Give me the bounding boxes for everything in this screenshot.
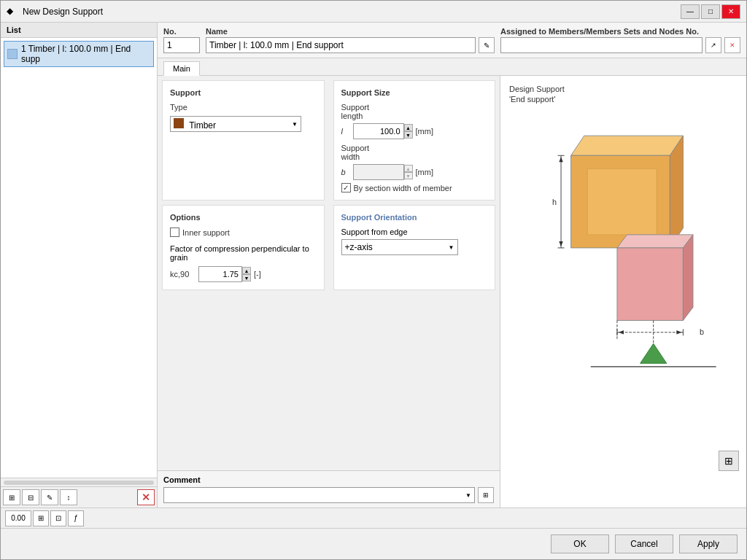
list-item-icon <box>7 49 18 59</box>
kc90-spinner-btns: ▲ ▼ <box>242 267 251 281</box>
comment-edit-button[interactable]: ⊞ <box>478 487 494 503</box>
svg-marker-9 <box>559 241 562 246</box>
width-label: Support width <box>341 144 385 161</box>
form-spacer <box>158 290 500 470</box>
apply-button[interactable]: Apply <box>679 534 738 553</box>
list-item[interactable]: 1 Timber | l: 100.0 mm | End supp <box>4 41 154 67</box>
minimize-button[interactable]: — <box>681 4 700 19</box>
orientation-title: Support Orientation <box>341 213 488 222</box>
edge-select-value: +z-axis <box>345 242 373 252</box>
assigned-add-button[interactable]: ↗ <box>705 37 721 53</box>
kc90-row: kc,90 ▲ ▼ [-] <box>170 266 317 282</box>
support-size-section: Support Size Support length l ▲ ▼ <box>333 80 496 201</box>
length-up-button[interactable]: ▲ <box>404 124 413 131</box>
move-button[interactable]: ↕ <box>60 489 77 505</box>
length-input[interactable] <box>353 123 404 139</box>
type-select[interactable]: Timber ▼ <box>170 116 301 132</box>
function-button[interactable]: ƒ <box>68 510 84 526</box>
name-label: Name <box>206 27 495 36</box>
comment-select[interactable]: ▼ <box>163 487 475 503</box>
diagram-settings-icon: ⊞ <box>724 455 733 467</box>
length-spinner-btns: ▲ ▼ <box>404 124 413 139</box>
kc90-down-button[interactable]: ▼ <box>242 274 251 281</box>
comment-row: ▼ ⊞ <box>163 487 494 503</box>
maximize-button[interactable]: □ <box>701 4 720 19</box>
assigned-label: Assigned to Members/Members Sets and Nod… <box>500 27 740 36</box>
edge-label: Support from edge <box>341 228 488 236</box>
support-title: Support <box>170 88 317 97</box>
width-input-row: b ▲ ▼ [mm] <box>341 164 488 180</box>
copy-item-button[interactable]: ⊟ <box>22 489 39 505</box>
svg-marker-11 <box>616 248 682 321</box>
support-diagram: h <box>529 116 719 393</box>
kc90-up-button[interactable]: ▲ <box>242 267 251 274</box>
comment-area: Comment ▼ ⊞ <box>158 470 500 508</box>
main-content: List 1 Timber | l: 100.0 mm | End supp ⊞… <box>1 23 746 508</box>
diagram-label: Design Support <box>509 85 565 93</box>
kc90-input[interactable] <box>198 266 242 282</box>
ok-button[interactable]: OK <box>551 534 609 553</box>
delete-button[interactable]: ✕ <box>137 489 155 505</box>
rename-button[interactable]: ✎ <box>41 489 58 505</box>
scroll-track <box>4 481 154 485</box>
type-chevron-icon: ▼ <box>292 121 298 128</box>
snap-toggle-button[interactable]: ⊡ <box>50 510 66 526</box>
type-row: Type <box>170 103 317 112</box>
section-width-checkbox[interactable]: ✓ <box>341 183 351 192</box>
window-title: New Design Support <box>23 7 681 17</box>
width-up-button[interactable]: ▲ <box>404 165 413 172</box>
type-label: Type <box>170 103 214 112</box>
length-input-row: l ▲ ▼ [mm] <box>341 123 488 139</box>
left-panel: List 1 Timber | l: 100.0 mm | End supp ⊞… <box>1 23 158 508</box>
svg-text:b: b <box>700 327 704 336</box>
width-down-button[interactable]: ▼ <box>404 172 413 179</box>
comment-group: Comment ▼ ⊞ <box>163 475 494 503</box>
grid-toggle-button[interactable]: ⊞ <box>33 510 49 526</box>
bottom-toolbar: 0.00 ⊞ ⊡ ƒ <box>1 508 746 528</box>
assigned-row: ↗ ✕ <box>500 37 740 53</box>
zoom-value-button[interactable]: 0.00 <box>5 510 31 526</box>
name-input[interactable] <box>206 37 476 53</box>
svg-marker-16 <box>618 330 623 334</box>
svg-marker-0 <box>570 136 683 155</box>
assigned-section: Assigned to Members/Members Sets and Nod… <box>500 27 740 53</box>
edge-select[interactable]: +z-axis ▼ <box>341 239 458 255</box>
timber-color-icon <box>174 118 184 128</box>
no-label: No. <box>163 27 200 36</box>
new-item-button[interactable]: ⊞ <box>3 489 20 505</box>
options-title: Options <box>170 213 317 222</box>
diagram-sublabel: 'End support' <box>509 95 556 104</box>
no-field-group: No. <box>163 27 200 53</box>
cancel-button[interactable]: Cancel <box>615 534 673 553</box>
top-area: No. Name ✎ Assigned to Members/Members S… <box>158 23 746 58</box>
diagram-area: Design Support 'End support' <box>500 76 746 508</box>
length-down-button[interactable]: ▼ <box>404 131 413 139</box>
comment-label: Comment <box>163 475 494 484</box>
form-left: Support Type Timber ▼ <box>158 76 500 508</box>
comment-chevron-icon: ▼ <box>465 492 471 499</box>
tab-main[interactable]: Main <box>163 61 200 76</box>
assigned-remove-button[interactable]: ✕ <box>724 37 740 53</box>
assigned-input[interactable] <box>500 37 703 53</box>
svg-marker-12 <box>683 235 693 321</box>
close-button[interactable]: ✕ <box>721 4 740 19</box>
no-input[interactable] <box>163 37 200 53</box>
title-bar: ◆ New Design Support — □ ✕ <box>1 1 746 23</box>
width-spinner-btns: ▲ ▼ <box>404 165 413 179</box>
section-width-row: ✓ By section width of member <box>341 183 488 192</box>
inner-support-checkbox[interactable] <box>170 228 179 237</box>
diagram-settings-button[interactable]: ⊞ <box>719 451 739 471</box>
support-size-title: Support Size <box>341 88 488 97</box>
svg-marker-17 <box>676 330 681 334</box>
edit-name-button[interactable]: ✎ <box>479 37 495 53</box>
inner-support-row: Inner support <box>170 228 317 237</box>
width-input[interactable] <box>353 164 404 180</box>
left-scrollbar[interactable] <box>1 478 157 486</box>
length-label: Support length <box>341 103 385 120</box>
type-select-value: Timber <box>174 118 216 131</box>
support-section: Support Type Timber ▼ <box>162 80 325 201</box>
name-field-row: ✎ <box>206 37 495 53</box>
length-unit: [mm] <box>416 127 433 136</box>
width-unit: [mm] <box>416 168 433 176</box>
orientation-section: Support Orientation Support from edge +z… <box>333 205 496 290</box>
